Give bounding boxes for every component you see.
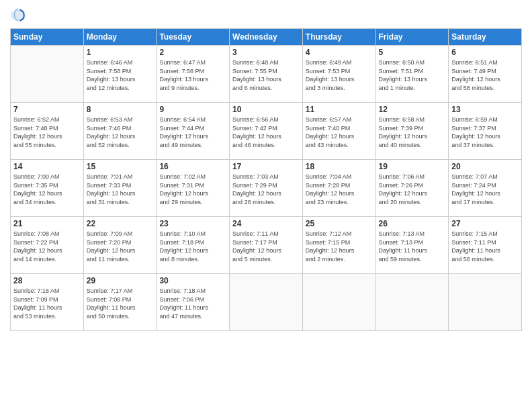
day-info: Sunrise: 6:51 AMSunset: 7:49 PMDaylight:… xyxy=(451,58,519,92)
calendar-cell: 27Sunrise: 7:15 AMSunset: 7:11 PMDayligh… xyxy=(449,217,522,274)
calendar-cell: 12Sunrise: 6:58 AMSunset: 7:39 PMDayligh… xyxy=(375,103,449,160)
day-number: 7 xyxy=(13,105,81,114)
calendar-cell: 3Sunrise: 6:48 AMSunset: 7:55 PMDaylight… xyxy=(230,46,303,103)
calendar-header-tuesday: Tuesday xyxy=(157,29,230,46)
calendar-header-thursday: Thursday xyxy=(302,29,375,46)
calendar-week-5: 28Sunrise: 7:16 AMSunset: 7:09 PMDayligh… xyxy=(11,274,522,331)
calendar-header-sunday: Sunday xyxy=(11,29,84,46)
calendar-cell: 11Sunrise: 6:57 AMSunset: 7:40 PMDayligh… xyxy=(302,103,375,160)
day-info: Sunrise: 6:52 AMSunset: 7:48 PMDaylight:… xyxy=(13,116,81,149)
day-info: Sunrise: 6:57 AMSunset: 7:40 PMDaylight:… xyxy=(306,116,373,149)
day-number: 27 xyxy=(451,219,519,228)
day-info: Sunrise: 7:10 AMSunset: 7:18 PMDaylight:… xyxy=(159,230,226,263)
calendar-cell xyxy=(230,274,303,331)
day-info: Sunrise: 6:56 AMSunset: 7:42 PMDaylight:… xyxy=(232,116,300,149)
calendar-cell: 15Sunrise: 7:01 AMSunset: 7:33 PMDayligh… xyxy=(83,160,157,217)
day-number: 9 xyxy=(159,105,226,114)
calendar-cell: 30Sunrise: 7:18 AMSunset: 7:06 PMDayligh… xyxy=(157,274,230,331)
calendar-cell: 18Sunrise: 7:04 AMSunset: 7:28 PMDayligh… xyxy=(302,160,375,217)
day-number: 26 xyxy=(379,219,446,228)
calendar-week-1: 1Sunrise: 6:46 AMSunset: 7:58 PMDaylight… xyxy=(11,46,522,103)
day-info: Sunrise: 7:08 AMSunset: 7:22 PMDaylight:… xyxy=(13,230,81,263)
day-info: Sunrise: 6:49 AMSunset: 7:53 PMDaylight:… xyxy=(306,58,373,92)
calendar-cell: 14Sunrise: 7:00 AMSunset: 7:35 PMDayligh… xyxy=(11,160,84,217)
day-number: 28 xyxy=(13,276,81,285)
day-info: Sunrise: 6:58 AMSunset: 7:39 PMDaylight:… xyxy=(379,116,446,149)
calendar-cell: 5Sunrise: 6:50 AMSunset: 7:51 PMDaylight… xyxy=(375,46,449,103)
day-number: 11 xyxy=(306,105,373,114)
calendar-header-wednesday: Wednesday xyxy=(230,29,303,46)
calendar-header-friday: Friday xyxy=(375,29,449,46)
calendar-cell xyxy=(449,274,522,331)
day-number: 24 xyxy=(232,219,300,228)
day-info: Sunrise: 7:03 AMSunset: 7:29 PMDaylight:… xyxy=(232,173,300,206)
day-number: 5 xyxy=(379,48,446,57)
day-info: Sunrise: 6:53 AMSunset: 7:46 PMDaylight:… xyxy=(87,116,154,149)
calendar-cell: 17Sunrise: 7:03 AMSunset: 7:29 PMDayligh… xyxy=(230,160,303,217)
day-info: Sunrise: 7:07 AMSunset: 7:24 PMDaylight:… xyxy=(451,173,519,206)
day-info: Sunrise: 7:02 AMSunset: 7:31 PMDaylight:… xyxy=(159,173,226,206)
day-number: 6 xyxy=(451,48,519,57)
calendar-cell: 29Sunrise: 7:17 AMSunset: 7:08 PMDayligh… xyxy=(83,274,157,331)
calendar-week-2: 7Sunrise: 6:52 AMSunset: 7:48 PMDaylight… xyxy=(11,103,522,160)
day-number: 13 xyxy=(451,105,519,114)
day-number: 4 xyxy=(306,48,373,57)
calendar-cell: 23Sunrise: 7:10 AMSunset: 7:18 PMDayligh… xyxy=(157,217,230,274)
day-number: 22 xyxy=(87,219,154,228)
calendar-cell: 21Sunrise: 7:08 AMSunset: 7:22 PMDayligh… xyxy=(11,217,84,274)
day-number: 14 xyxy=(13,162,81,171)
day-info: Sunrise: 6:47 AMSunset: 7:56 PMDaylight:… xyxy=(159,58,226,92)
day-number: 29 xyxy=(87,276,154,285)
header xyxy=(10,7,522,23)
day-info: Sunrise: 6:46 AMSunset: 7:58 PMDaylight:… xyxy=(87,58,154,92)
day-info: Sunrise: 7:01 AMSunset: 7:33 PMDaylight:… xyxy=(87,173,154,206)
day-info: Sunrise: 7:13 AMSunset: 7:13 PMDaylight:… xyxy=(379,230,446,263)
calendar-cell: 4Sunrise: 6:49 AMSunset: 7:53 PMDaylight… xyxy=(302,46,375,103)
calendar-cell: 6Sunrise: 6:51 AMSunset: 7:49 PMDaylight… xyxy=(449,46,522,103)
calendar-cell: 10Sunrise: 6:56 AMSunset: 7:42 PMDayligh… xyxy=(230,103,303,160)
day-number: 16 xyxy=(159,162,226,171)
calendar-cell: 7Sunrise: 6:52 AMSunset: 7:48 PMDaylight… xyxy=(11,103,84,160)
calendar-cell: 20Sunrise: 7:07 AMSunset: 7:24 PMDayligh… xyxy=(449,160,522,217)
calendar-cell: 24Sunrise: 7:11 AMSunset: 7:17 PMDayligh… xyxy=(230,217,303,274)
day-info: Sunrise: 6:50 AMSunset: 7:51 PMDaylight:… xyxy=(379,58,446,92)
day-number: 12 xyxy=(379,105,446,114)
day-number: 20 xyxy=(451,162,519,171)
day-number: 18 xyxy=(306,162,373,171)
day-number: 8 xyxy=(87,105,154,114)
day-number: 21 xyxy=(13,219,81,228)
calendar-cell xyxy=(375,274,449,331)
calendar-cell: 19Sunrise: 7:06 AMSunset: 7:26 PMDayligh… xyxy=(375,160,449,217)
calendar-cell: 8Sunrise: 6:53 AMSunset: 7:46 PMDaylight… xyxy=(83,103,157,160)
calendar-cell: 9Sunrise: 6:54 AMSunset: 7:44 PMDaylight… xyxy=(157,103,230,160)
day-number: 30 xyxy=(159,276,226,285)
day-number: 3 xyxy=(232,48,300,57)
logo-icon xyxy=(10,7,26,23)
calendar-cell: 2Sunrise: 6:47 AMSunset: 7:56 PMDaylight… xyxy=(157,46,230,103)
day-info: Sunrise: 7:09 AMSunset: 7:20 PMDaylight:… xyxy=(87,230,154,263)
day-number: 2 xyxy=(159,48,226,57)
page: SundayMondayTuesdayWednesdayThursdayFrid… xyxy=(0,0,532,411)
day-number: 25 xyxy=(306,219,373,228)
day-info: Sunrise: 7:00 AMSunset: 7:35 PMDaylight:… xyxy=(13,173,81,206)
day-info: Sunrise: 6:48 AMSunset: 7:55 PMDaylight:… xyxy=(232,58,300,92)
day-info: Sunrise: 6:59 AMSunset: 7:37 PMDaylight:… xyxy=(451,116,519,149)
day-number: 17 xyxy=(232,162,300,171)
calendar-cell xyxy=(302,274,375,331)
calendar-header-saturday: Saturday xyxy=(449,29,522,46)
calendar-week-4: 21Sunrise: 7:08 AMSunset: 7:22 PMDayligh… xyxy=(11,217,522,274)
day-number: 23 xyxy=(159,219,226,228)
calendar-cell: 13Sunrise: 6:59 AMSunset: 7:37 PMDayligh… xyxy=(449,103,522,160)
day-info: Sunrise: 7:16 AMSunset: 7:09 PMDaylight:… xyxy=(13,287,81,320)
day-info: Sunrise: 7:18 AMSunset: 7:06 PMDaylight:… xyxy=(159,287,226,320)
calendar-cell: 28Sunrise: 7:16 AMSunset: 7:09 PMDayligh… xyxy=(11,274,84,331)
day-number: 15 xyxy=(87,162,154,171)
calendar-header-row: SundayMondayTuesdayWednesdayThursdayFrid… xyxy=(11,29,522,46)
day-info: Sunrise: 7:11 AMSunset: 7:17 PMDaylight:… xyxy=(232,230,300,263)
calendar-cell: 26Sunrise: 7:13 AMSunset: 7:13 PMDayligh… xyxy=(375,217,449,274)
logo xyxy=(10,7,29,23)
day-info: Sunrise: 7:04 AMSunset: 7:28 PMDaylight:… xyxy=(306,173,373,206)
day-info: Sunrise: 7:12 AMSunset: 7:15 PMDaylight:… xyxy=(306,230,373,263)
calendar: SundayMondayTuesdayWednesdayThursdayFrid… xyxy=(10,28,522,331)
calendar-week-3: 14Sunrise: 7:00 AMSunset: 7:35 PMDayligh… xyxy=(11,160,522,217)
